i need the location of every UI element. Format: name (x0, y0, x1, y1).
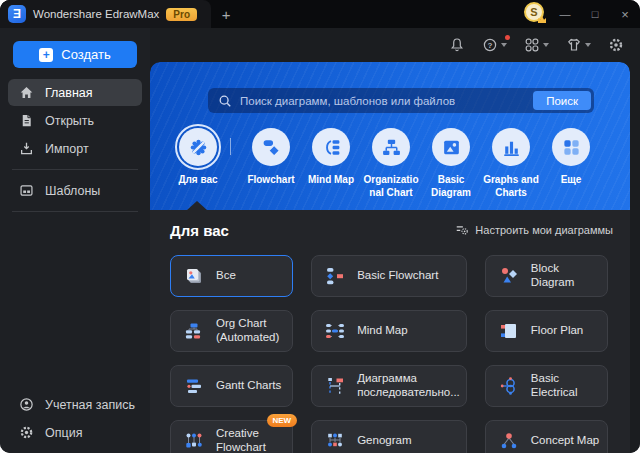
options-gear-icon (18, 425, 34, 441)
sidebar-item-open[interactable]: Открыть (8, 107, 142, 134)
titlebar-spacer (241, 0, 524, 28)
category-label: Basic Diagram (422, 173, 480, 199)
chevron-down-icon (543, 43, 549, 47)
template-card-10[interactable]: Genogram (311, 420, 467, 453)
search-icon (218, 94, 232, 108)
sidebar-item-label: Главная (45, 86, 93, 100)
search-input[interactable] (232, 95, 533, 107)
template-card-label: Concept Map (531, 434, 605, 448)
basic-flowchart-icon (325, 266, 345, 286)
gantt-icon (184, 376, 204, 396)
app-tab[interactable]: Ǝ Wondershare EdrawMax Pro (0, 0, 211, 28)
open-file-icon (18, 113, 34, 129)
template-card-label: Floor Plan (531, 324, 589, 338)
minimize-button[interactable]: — (550, 0, 580, 28)
avatar-initial: S (530, 6, 537, 18)
new-tab-button[interactable]: + (211, 0, 241, 28)
apps-grid-icon[interactable] (524, 37, 549, 53)
graphs-charts-icon (492, 128, 530, 166)
sidebar-item-options[interactable]: Опция (8, 419, 142, 446)
main-area: ? Поиск Для васFlowchartMind MapOrganiza… (150, 28, 640, 453)
basic-diagram-icon (432, 128, 470, 166)
search-bar: Поиск (208, 88, 594, 113)
theme-shirt-icon[interactable] (566, 37, 591, 53)
template-card-3[interactable]: Org Chart (Automated) (170, 310, 293, 352)
sidebar-spacer (0, 219, 150, 390)
sidebar-item-label: Открыть (45, 114, 94, 128)
maximize-button[interactable]: □ (580, 0, 610, 28)
category-divider (230, 138, 231, 155)
template-card-6[interactable]: Gantt Charts (170, 365, 293, 407)
sidebar-item-templates[interactable]: Шаблоны (8, 177, 142, 204)
flowchart-icon (252, 128, 290, 166)
template-card-8[interactable]: Basic Electrical (485, 365, 608, 407)
templates-icon (18, 183, 34, 199)
customize-icon (455, 223, 469, 237)
template-card-11[interactable]: Concept Map (485, 420, 608, 453)
plus-icon: + (39, 48, 53, 62)
edrawmax-logo-icon: Ǝ (8, 5, 26, 23)
crown-icon (538, 16, 546, 23)
template-card-label: Gantt Charts (216, 379, 287, 393)
app-window: Ǝ Wondershare EdrawMax Pro + S — □ × + С… (0, 0, 640, 453)
category-label: Еще (561, 173, 582, 186)
toolbar: ? (150, 28, 640, 62)
chevron-down-icon (501, 43, 507, 47)
sidebar-item-home[interactable]: Главная (8, 79, 142, 106)
category-label: Mind Map (308, 173, 354, 186)
category-tab-5[interactable]: Graphs and Charts (481, 128, 541, 199)
sidebar-item-label: Учетная запись (45, 398, 135, 412)
sidebar-nav: ГлавнаяОткрытьИмпортШаблоны (0, 78, 150, 219)
template-card-1[interactable]: Basic Flowchart (311, 255, 467, 297)
section-header: Для вас Настроить мои диаграммы (150, 210, 630, 250)
close-button[interactable]: × (610, 0, 640, 28)
customize-label: Настроить мои диаграммы (475, 224, 613, 236)
svg-text:?: ? (488, 41, 493, 50)
template-card-4[interactable]: Mind Map (311, 310, 467, 352)
content-panel: Поиск Для васFlowchartMind MapOrganizati… (150, 62, 630, 453)
template-card-label: Все (216, 269, 242, 283)
sidebar-divider (12, 211, 138, 212)
sequence-icon (325, 376, 345, 396)
selected-category-notch (187, 201, 207, 210)
category-tab-3[interactable]: Organizational Chart (361, 128, 421, 199)
sidebar: + Создать ГлавнаяОткрытьИмпортШаблоны Уч… (0, 28, 150, 453)
category-label: Graphs and Charts (482, 173, 540, 199)
help-icon[interactable]: ? (482, 37, 507, 53)
template-card-7[interactable]: Диаграмма последовательно... (311, 365, 467, 407)
concept-map-icon (499, 431, 519, 451)
category-tab-4[interactable]: Basic Diagram (421, 128, 481, 199)
bell-icon[interactable] (449, 37, 465, 53)
template-card-0[interactable]: Все (170, 255, 293, 297)
electrical-icon (499, 376, 519, 396)
template-card-2[interactable]: Block Diagram (485, 255, 608, 297)
org-chart-icon (372, 128, 410, 166)
category-tab-1[interactable]: Flowchart (241, 128, 301, 186)
org-chart-auto-icon (184, 321, 204, 341)
pro-badge: Pro (166, 8, 197, 21)
section-title: Для вас (170, 222, 229, 239)
template-card-9[interactable]: Creative FlowchartNEW (170, 420, 293, 453)
template-card-label: Genogram (357, 434, 417, 448)
category-label: Для вас (178, 173, 217, 186)
search-button[interactable]: Поиск (533, 91, 591, 110)
sidebar-item-import[interactable]: Импорт (8, 135, 142, 162)
avatar[interactable]: S (524, 2, 544, 22)
titlebar: Ǝ Wondershare EdrawMax Pro + S — □ × (0, 0, 640, 28)
settings-gear-icon[interactable] (608, 37, 624, 53)
floor-plan-icon (499, 321, 519, 341)
template-card-5[interactable]: Floor Plan (485, 310, 608, 352)
create-button[interactable]: + Создать (13, 41, 137, 68)
category-label: Organizational Chart (362, 173, 420, 199)
more-icon (552, 128, 590, 166)
all-templates-icon (184, 266, 204, 286)
customize-diagrams-link[interactable]: Настроить мои диаграммы (455, 223, 613, 237)
category-tab-6[interactable]: Еще (541, 128, 601, 186)
sidebar-divider (12, 169, 138, 170)
category-tab-0[interactable]: Для вас (171, 128, 225, 186)
sidebar-item-account[interactable]: Учетная запись (8, 391, 142, 418)
template-card-label: Org Chart (Automated) (216, 317, 292, 345)
notification-dot (505, 35, 510, 40)
category-tab-2[interactable]: Mind Map (301, 128, 361, 186)
genogram-icon (325, 431, 345, 451)
